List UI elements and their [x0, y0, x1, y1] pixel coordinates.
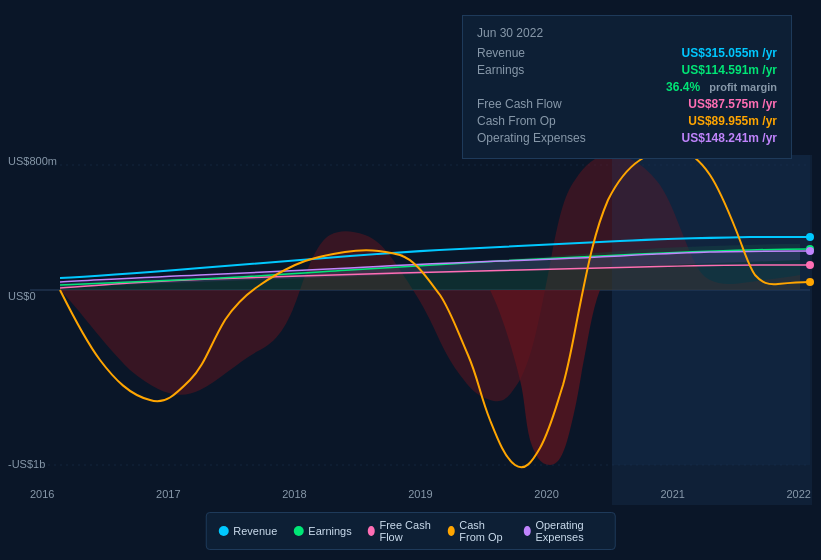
cash-from-op-row: Cash From Op US$89.955m /yr: [477, 114, 777, 128]
revenue-label: Revenue: [477, 46, 587, 60]
legend-earnings[interactable]: Earnings: [293, 519, 351, 543]
earnings-row: Earnings US$114.591m /yr: [477, 63, 777, 77]
cash-from-op-value: US$89.955m /yr: [688, 114, 777, 128]
legend-revenue[interactable]: Revenue: [218, 519, 277, 543]
x-label-2017: 2017: [156, 488, 180, 500]
cash-from-op-label: Cash From Op: [477, 114, 587, 128]
x-label-2019: 2019: [408, 488, 432, 500]
legend-cash-from-op[interactable]: Cash From Op: [448, 519, 508, 543]
legend-dot-opex: [524, 526, 531, 536]
legend-label-cash-from-op: Cash From Op: [459, 519, 507, 543]
svg-point-6: [806, 261, 814, 269]
legend-dot-fcf: [368, 526, 375, 536]
legend-dot-revenue: [218, 526, 228, 536]
revenue-value: US$315.055m /yr: [682, 46, 777, 60]
legend-label-fcf: Free Cash Flow: [379, 519, 431, 543]
opex-row: Operating Expenses US$148.241m /yr: [477, 131, 777, 145]
svg-rect-3: [612, 155, 810, 465]
legend-label-earnings: Earnings: [308, 525, 351, 537]
profit-margin-value: 36.4% profit margin: [666, 80, 777, 94]
legend-label-revenue: Revenue: [233, 525, 277, 537]
legend-dot-cash-from-op: [448, 526, 455, 536]
x-label-2022: 2022: [786, 488, 810, 500]
svg-point-4: [806, 233, 814, 241]
legend-opex[interactable]: Operating Expenses: [524, 519, 603, 543]
x-label-2021: 2021: [660, 488, 684, 500]
fcf-value: US$87.575m /yr: [688, 97, 777, 111]
x-label-2020: 2020: [534, 488, 558, 500]
earnings-value: US$114.591m /yr: [682, 63, 777, 77]
svg-point-7: [806, 278, 814, 286]
earnings-label: Earnings: [477, 63, 587, 77]
opex-label: Operating Expenses: [477, 131, 587, 145]
svg-point-8: [806, 247, 814, 255]
x-label-2016: 2016: [30, 488, 54, 500]
legend-label-opex: Operating Expenses: [535, 519, 602, 543]
profit-margin-row: 36.4% profit margin: [477, 80, 777, 94]
legend-fcf[interactable]: Free Cash Flow: [368, 519, 432, 543]
x-axis: 2016 2017 2018 2019 2020 2021 2022: [30, 488, 811, 500]
fcf-label: Free Cash Flow: [477, 97, 587, 111]
fcf-row: Free Cash Flow US$87.575m /yr: [477, 97, 777, 111]
x-label-2018: 2018: [282, 488, 306, 500]
chart-legend: Revenue Earnings Free Cash Flow Cash Fro…: [205, 512, 616, 550]
legend-dot-earnings: [293, 526, 303, 536]
tooltip-date: Jun 30 2022: [477, 26, 777, 40]
revenue-row: Revenue US$315.055m /yr: [477, 46, 777, 60]
tooltip-box: Jun 30 2022 Revenue US$315.055m /yr Earn…: [462, 15, 792, 159]
opex-value: US$148.241m /yr: [682, 131, 777, 145]
